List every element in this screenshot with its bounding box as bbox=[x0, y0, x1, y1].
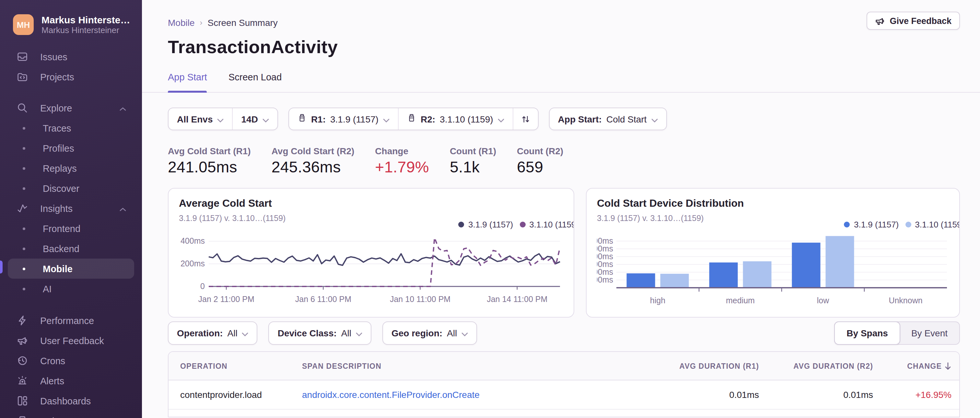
give-feedback-button[interactable]: Give Feedback bbox=[866, 12, 960, 30]
swap-releases-button[interactable] bbox=[513, 108, 538, 130]
svg-text:400ms: 400ms bbox=[180, 236, 205, 245]
main-content: Give Feedback Mobile › Screen Summary Tr… bbox=[142, 0, 980, 418]
operation-filter[interactable]: Operation: All bbox=[168, 321, 258, 345]
breadcrumb: Mobile › Screen Summary bbox=[142, 0, 980, 28]
spans-event-toggle: By Spans By Event bbox=[834, 321, 960, 345]
org-switcher[interactable]: MH Markus Hintersteiner Markus Hinterste… bbox=[0, 0, 142, 35]
breadcrumb-current: Screen Summary bbox=[208, 17, 278, 28]
summary-stats: Avg Cold Start (R1) 241.05ms Avg Cold St… bbox=[168, 146, 960, 176]
sidebar-item-issues[interactable]: Issues bbox=[8, 47, 134, 67]
sidebar-item-insights[interactable]: Insights bbox=[8, 198, 134, 218]
col-avg-duration-r2[interactable]: AVG DURATION (R2) bbox=[759, 362, 873, 370]
bullet-icon bbox=[23, 227, 25, 230]
col-avg-duration-r1[interactable]: AVG DURATION (R1) bbox=[649, 362, 759, 370]
sidebar-item-performance[interactable]: Performance bbox=[8, 310, 134, 331]
bar-chart[interactable]: 100ms200ms300ms400ms500ms600mshighmedium… bbox=[597, 231, 949, 310]
stat-avg-cold-start-r1: Avg Cold Start (R1) 241.05ms bbox=[168, 146, 251, 176]
col-span-description[interactable]: SPAN DESCRIPTION bbox=[302, 362, 649, 370]
chart-legend: 3.1.9 (1157) 3.1.10 (1159) bbox=[844, 220, 960, 229]
chevron-right-icon: › bbox=[200, 18, 202, 27]
environment-select[interactable]: All Envs bbox=[169, 108, 232, 130]
sidebar-item-explore[interactable]: Explore bbox=[8, 98, 134, 118]
toggle-by-spans[interactable]: By Spans bbox=[834, 321, 900, 345]
release-1-select[interactable]: R1: 3.1.9 (1157) bbox=[289, 108, 398, 130]
sidebar-nav: Issues Projects Explore Traces bbox=[0, 47, 142, 418]
sidebar-item-alerts[interactable]: Alerts bbox=[8, 371, 134, 391]
svg-text:100ms: 100ms bbox=[597, 275, 613, 284]
table-row-partial bbox=[169, 409, 959, 417]
svg-text:Jan 10 11:00 PM: Jan 10 11:00 PM bbox=[390, 294, 450, 304]
sidebar-item-backend[interactable]: Backend bbox=[8, 238, 134, 259]
chevron-down-icon bbox=[383, 114, 390, 124]
release-package-icon bbox=[407, 113, 416, 124]
svg-text:400ms: 400ms bbox=[597, 252, 613, 261]
projects-icon bbox=[17, 71, 31, 82]
toggle-by-event[interactable]: By Event bbox=[900, 322, 959, 344]
bullet-icon bbox=[23, 187, 25, 189]
col-operation[interactable]: OPERATION bbox=[180, 362, 302, 370]
sidebar-item-replays[interactable]: Replays bbox=[8, 158, 134, 178]
dashboards-grid-icon bbox=[17, 395, 31, 406]
svg-text:Jan 14 11:00 PM: Jan 14 11:00 PM bbox=[487, 294, 547, 304]
swap-arrows-icon bbox=[521, 114, 530, 124]
releases-icon bbox=[17, 415, 31, 418]
chevron-down-icon bbox=[651, 114, 657, 124]
stat-count-r2: Count (R2) 659 bbox=[517, 146, 563, 176]
tab-app-start[interactable]: App Start bbox=[168, 72, 207, 92]
sidebar-item-traces[interactable]: Traces bbox=[8, 118, 134, 138]
avg-cold-start-chart-card: Average Cold Start 3.1.9 (1157) v. 3.1.1… bbox=[168, 188, 574, 318]
sidebar-item-releases[interactable]: Releases bbox=[8, 411, 134, 418]
chevron-up-icon bbox=[119, 103, 126, 113]
breadcrumb-mobile[interactable]: Mobile bbox=[168, 17, 195, 28]
megaphone-icon bbox=[875, 16, 885, 25]
geo-region-filter[interactable]: Geo region: All bbox=[382, 321, 477, 345]
col-change[interactable]: CHANGE bbox=[873, 362, 951, 370]
operation-cell: contentprovider.load bbox=[180, 389, 302, 400]
svg-text:200ms: 200ms bbox=[597, 267, 613, 277]
avatar: MH bbox=[13, 14, 34, 35]
svg-text:low: low bbox=[817, 296, 829, 305]
sidebar-item-ai[interactable]: AI bbox=[8, 279, 134, 299]
svg-text:Unknown: Unknown bbox=[889, 296, 922, 305]
org-name: Markus Hintersteiner bbox=[41, 14, 132, 25]
sidebar-item-profiles[interactable]: Profiles bbox=[8, 138, 134, 158]
line-chart[interactable]: 0200ms400msJan 2 11:00 PMJan 6 11:00 PMJ… bbox=[179, 231, 563, 310]
sidebar-item-user-feedback[interactable]: User Feedback bbox=[8, 331, 134, 351]
megaphone-icon bbox=[17, 335, 31, 346]
bullet-icon bbox=[23, 267, 25, 270]
table-header: OPERATION SPAN DESCRIPTION AVG DURATION … bbox=[169, 352, 959, 380]
avg-duration-r1-cell: 0.01ms bbox=[649, 389, 759, 400]
device-class-filter[interactable]: Device Class: All bbox=[269, 321, 371, 345]
tab-bar: App Start Screen Load bbox=[142, 72, 980, 93]
chevron-down-icon bbox=[461, 328, 468, 338]
tab-screen-load[interactable]: Screen Load bbox=[229, 72, 282, 92]
spans-table: OPERATION SPAN DESCRIPTION AVG DURATION … bbox=[168, 351, 960, 417]
page-filters: All Envs 14D R1: 3.1.9 (1157) bbox=[168, 108, 960, 130]
chevron-down-icon bbox=[242, 328, 248, 338]
sidebar-item-dashboards[interactable]: Dashboards bbox=[8, 391, 134, 411]
svg-text:200ms: 200ms bbox=[180, 259, 205, 268]
sidebar-item-frontend[interactable]: Frontend bbox=[8, 218, 134, 238]
svg-text:600ms: 600ms bbox=[597, 236, 613, 245]
app-start-type-group: App Start: Cold Start bbox=[549, 108, 667, 130]
legend-dot bbox=[844, 222, 850, 227]
sidebar-item-discover[interactable]: Discover bbox=[8, 178, 134, 198]
sidebar-item-mobile[interactable]: Mobile bbox=[8, 259, 134, 279]
release-compare-group: R1: 3.1.9 (1157) R2: 3.1.10 (1159) bbox=[288, 108, 539, 130]
date-range-select[interactable]: 14D bbox=[232, 108, 277, 130]
span-description-link[interactable]: androidx.core.content.FileProvider.onCre… bbox=[302, 389, 649, 400]
release-package-icon bbox=[298, 113, 307, 124]
svg-text:500ms: 500ms bbox=[597, 244, 613, 253]
bullet-icon bbox=[23, 127, 25, 129]
app-start-type-select[interactable]: App Start: Cold Start bbox=[550, 108, 666, 130]
chart-title: Average Cold Start bbox=[179, 198, 563, 209]
avg-duration-r2-cell: 0.01ms bbox=[759, 389, 873, 400]
sidebar-item-crons[interactable]: Crons bbox=[8, 351, 134, 371]
release-2-select[interactable]: R2: 3.1.10 (1159) bbox=[398, 108, 513, 130]
chevron-up-icon bbox=[119, 203, 126, 213]
bullet-icon bbox=[23, 247, 25, 250]
app-window: MH Markus Hintersteiner Markus Hinterste… bbox=[0, 0, 980, 418]
sidebar: MH Markus Hintersteiner Markus Hinterste… bbox=[0, 0, 142, 418]
chevron-down-icon bbox=[262, 114, 269, 124]
sidebar-item-projects[interactable]: Projects bbox=[8, 67, 134, 87]
